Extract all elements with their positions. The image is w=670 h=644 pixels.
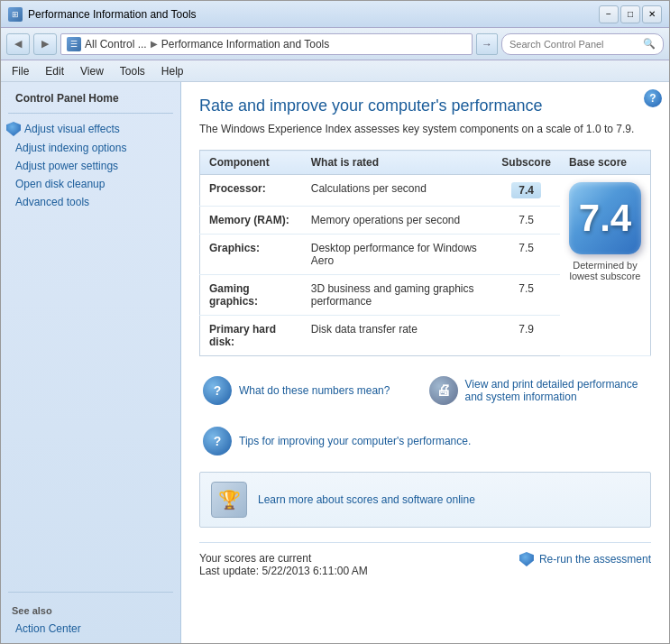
window-controls: − □ ✕ bbox=[599, 5, 662, 23]
col-component: Component bbox=[200, 151, 302, 175]
component-gaming-graphics: Gaming graphics: bbox=[209, 282, 258, 308]
sidebar-item-disk-cleanup[interactable]: Open disk cleanup bbox=[1, 175, 180, 193]
footer-last-update: Last update: 5/22/2013 6:11:00 AM bbox=[199, 565, 368, 577]
path-icon: ☰ bbox=[67, 37, 81, 51]
subscore-memory: 7.5 bbox=[492, 207, 560, 235]
sidebar-item-action-center[interactable]: Action Center bbox=[1, 620, 180, 638]
search-icon: 🔍 bbox=[643, 38, 656, 50]
content-area: ? Rate and improve your computer's perfo… bbox=[181, 82, 669, 644]
component-hdd: Primary hard disk: bbox=[209, 323, 276, 348]
link-numbers-mean[interactable]: What do these numbers mean? bbox=[239, 384, 390, 397]
address-path[interactable]: ☰ All Control ... ▶ Performance Informat… bbox=[60, 33, 473, 55]
main-layout: Control Panel Home Adjust visual effects… bbox=[1, 82, 669, 644]
footer-status: Your scores are current bbox=[199, 552, 368, 565]
rerun-assessment[interactable]: Re-run the assessment bbox=[519, 552, 651, 566]
link-view-print[interactable]: View and print detailed performance and … bbox=[465, 378, 648, 403]
sidebar-item-visual-effects[interactable]: Adjust visual effects bbox=[1, 119, 180, 139]
tips-section: ? Tips for improving your computer's per… bbox=[199, 421, 651, 461]
info-box: 🏆 Learn more about scores and software o… bbox=[199, 472, 651, 528]
menu-view[interactable]: View bbox=[73, 63, 111, 79]
info-box-icon: 🏆 bbox=[211, 482, 247, 518]
link-tips[interactable]: Tips for improving your computer's perfo… bbox=[239, 435, 471, 447]
page-subtitle: The Windows Experience Index assesses ke… bbox=[199, 123, 651, 135]
menu-bar: File Edit View Tools Help bbox=[1, 60, 669, 82]
forward-button[interactable]: ▶ bbox=[33, 33, 57, 55]
menu-edit[interactable]: Edit bbox=[38, 63, 71, 79]
question-icon-1: ? bbox=[203, 376, 232, 405]
title-bar-left: ⊞ Performance Information and Tools bbox=[8, 7, 197, 22]
component-memory: Memory (RAM): bbox=[209, 214, 289, 226]
close-button[interactable]: ✕ bbox=[642, 5, 662, 23]
performance-table: Component What is rated Subscore Base sc… bbox=[199, 150, 651, 356]
go-button[interactable]: → bbox=[476, 33, 498, 55]
minimize-button[interactable]: − bbox=[599, 5, 619, 23]
menu-tools[interactable]: Tools bbox=[113, 63, 152, 79]
table-row: Processor: Calculations per second 7.4 7… bbox=[200, 175, 651, 207]
score-label-2: lowest subscore bbox=[570, 271, 641, 281]
link-item-tips: ? Tips for improving your computer's per… bbox=[199, 421, 651, 461]
window-icon: ⊞ bbox=[8, 7, 23, 22]
menu-file[interactable]: File bbox=[5, 63, 36, 79]
score-label-1: Determined by bbox=[573, 260, 638, 271]
see-also-label: See also bbox=[1, 598, 180, 620]
path-arrow-1: ▶ bbox=[151, 39, 158, 49]
subscore-graphics: 7.5 bbox=[492, 235, 560, 275]
footer-left: Your scores are current Last update: 5/2… bbox=[199, 552, 368, 577]
subscore-hdd: 7.9 bbox=[492, 316, 560, 356]
path-current: Performance Information and Tools bbox=[161, 38, 330, 51]
title-bar: ⊞ Performance Information and Tools − □ … bbox=[1, 1, 669, 28]
search-box[interactable]: 🔍 bbox=[501, 33, 664, 55]
col-what-rated: What is rated bbox=[302, 151, 493, 175]
sidebar-item-power[interactable]: Adjust power settings bbox=[1, 157, 180, 175]
link-learn-more[interactable]: Learn more about scores and software onl… bbox=[258, 493, 475, 506]
subscore-gaming: 7.5 bbox=[492, 275, 560, 316]
path-prefix: All Control ... bbox=[85, 38, 147, 51]
what-rated-hdd: Disk data transfer rate bbox=[302, 316, 493, 356]
link-item-numbers: ? What do these numbers mean? bbox=[199, 371, 426, 410]
sidebar-label-visual-effects: Adjust visual effects bbox=[24, 123, 120, 135]
link-item-view-print: 🖨 View and print detailed performance an… bbox=[426, 371, 652, 410]
menu-help[interactable]: Help bbox=[154, 63, 191, 79]
sidebar: Control Panel Home Adjust visual effects… bbox=[1, 82, 181, 644]
col-base-score: Base score bbox=[560, 151, 651, 175]
sidebar-divider-2 bbox=[8, 592, 173, 593]
component-processor: Processor: bbox=[209, 182, 266, 195]
subscore-processor: 7.4 bbox=[492, 175, 560, 207]
col-subscore: Subscore bbox=[492, 151, 560, 175]
help-button[interactable]: ? bbox=[644, 89, 662, 107]
score-badge: 7.4 Determined by lowest subscore bbox=[569, 182, 641, 281]
sidebar-home[interactable]: Control Panel Home bbox=[1, 89, 180, 107]
window-title: Performance Information and Tools bbox=[28, 8, 197, 21]
printer-icon: 🖨 bbox=[429, 376, 458, 405]
score-number: 7.4 bbox=[569, 182, 641, 254]
rerun-icon bbox=[519, 552, 534, 566]
rerun-label: Re-run the assessment bbox=[539, 553, 651, 566]
question-icon-2: ? bbox=[203, 427, 232, 455]
sidebar-item-indexing[interactable]: Adjust indexing options bbox=[1, 139, 180, 157]
what-rated-processor: Calculations per second bbox=[302, 175, 493, 207]
shield-icon bbox=[6, 122, 21, 136]
what-rated-memory: Memory operations per second bbox=[302, 207, 493, 235]
component-graphics: Graphics: bbox=[209, 242, 260, 254]
sidebar-item-advanced[interactable]: Advanced tools bbox=[1, 193, 180, 211]
address-bar: ◀ ▶ ☰ All Control ... ▶ Performance Info… bbox=[1, 28, 669, 60]
page-title: Rate and improve your computer's perform… bbox=[199, 97, 651, 115]
what-rated-gaming: 3D business and gaming graphics performa… bbox=[302, 275, 493, 316]
search-input[interactable] bbox=[509, 39, 639, 50]
maximize-button[interactable]: □ bbox=[620, 5, 640, 23]
links-section: ? What do these numbers mean? 🖨 View and… bbox=[199, 371, 651, 410]
content-footer: Your scores are current Last update: 5/2… bbox=[199, 542, 651, 577]
base-score-cell: 7.4 Determined by lowest subscore bbox=[560, 175, 651, 356]
sidebar-divider-1 bbox=[8, 113, 173, 114]
back-button[interactable]: ◀ bbox=[6, 33, 30, 55]
what-rated-graphics: Desktop performance for Windows Aero bbox=[302, 235, 493, 275]
